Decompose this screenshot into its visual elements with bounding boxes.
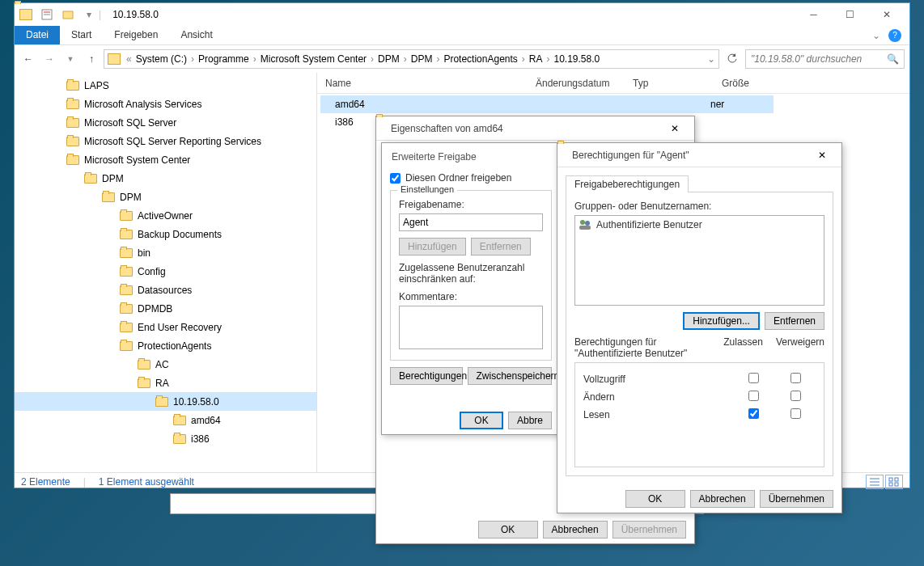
caching-button[interactable]: Zwischenspeichern <box>468 367 552 385</box>
users-listbox[interactable]: Authentifizierte Benutzer <box>574 215 824 306</box>
nav-up-button[interactable]: ↑ <box>83 50 100 68</box>
tree-item[interactable]: bin <box>15 243 316 262</box>
tree-item-label: RA <box>155 378 169 389</box>
cancel-button[interactable]: Abbre <box>508 412 552 429</box>
file-type: ner <box>710 99 724 110</box>
close-button[interactable]: ✕ <box>868 3 905 26</box>
cancel-button[interactable]: Abbrechen <box>690 490 755 508</box>
tab-start[interactable]: Start <box>60 26 103 44</box>
tree-item[interactable]: LAPS <box>15 76 316 95</box>
tree-item[interactable]: DPM <box>15 188 316 206</box>
tree-item[interactable]: Microsoft System Center <box>15 150 316 169</box>
folder-icon <box>138 378 150 388</box>
tree-item[interactable]: ActiveOwner <box>15 206 316 225</box>
tab-view[interactable]: Ansicht <box>169 26 223 44</box>
svg-rect-13 <box>579 226 591 230</box>
add-button[interactable]: Hinzufügen... <box>683 312 760 330</box>
breadcrumb-item[interactable]: DPM <box>376 53 401 65</box>
dropdown-icon[interactable]: ⌄ <box>707 53 715 65</box>
new-folder-icon[interactable] <box>61 8 74 21</box>
ribbon-expand-icon[interactable]: ⌄ <box>872 30 880 41</box>
apply-button[interactable]: Übernehmen <box>612 521 686 539</box>
breadcrumb-item[interactable]: Programme <box>197 53 251 65</box>
breadcrumbs[interactable]: « System (C:)› Programme› Microsoft Syst… <box>104 49 719 69</box>
breadcrumb-item[interactable]: System (C:) <box>134 53 189 65</box>
comments-textarea[interactable] <box>399 306 543 349</box>
file-row[interactable]: amd64 ner <box>320 95 774 113</box>
view-large-icon[interactable] <box>885 475 903 489</box>
nav-bar: ← → ▼ ↑ « System (C:)› Programme› Micros… <box>15 45 909 73</box>
allow-full-checkbox[interactable] <box>748 373 759 383</box>
search-box[interactable]: 🔍 <box>745 49 905 69</box>
column-header-size[interactable]: Größe <box>714 78 778 89</box>
search-input[interactable] <box>751 53 887 65</box>
deny-full-checkbox[interactable] <box>790 373 801 383</box>
tab-share[interactable]: Freigeben <box>103 26 169 44</box>
tree-item[interactable]: Datasources <box>15 281 316 299</box>
cancel-button[interactable]: Abbrechen <box>543 521 608 539</box>
allow-read-checkbox[interactable] <box>748 408 759 419</box>
tree-item-label: LAPS <box>84 80 109 91</box>
list-item[interactable]: Authentifizierte Benutzer <box>577 218 822 232</box>
tree-item[interactable]: Backup Documents <box>15 225 316 243</box>
tree-item[interactable]: Microsoft SQL Server <box>15 113 316 132</box>
properties-icon[interactable] <box>40 8 53 21</box>
tree-item[interactable]: RA <box>15 374 316 392</box>
share-folder-label: Diesen Ordner freigeben <box>405 172 511 184</box>
column-header-type[interactable]: Typ <box>625 78 714 89</box>
ok-button[interactable]: OK <box>460 412 503 429</box>
folder-icon <box>120 341 133 351</box>
folder-icon <box>66 155 79 165</box>
users-icon <box>579 219 591 230</box>
breadcrumb-item[interactable]: DPM <box>409 53 434 65</box>
nav-forward-button[interactable]: → <box>40 50 58 68</box>
share-folder-checkbox[interactable] <box>390 173 401 184</box>
add-button[interactable]: Hinzufügen <box>399 238 466 256</box>
breadcrumb-item[interactable]: RA <box>528 53 545 65</box>
ok-button[interactable]: OK <box>625 490 685 508</box>
tree-item[interactable]: AC <box>15 355 316 374</box>
view-details-icon[interactable] <box>866 475 884 489</box>
allow-change-checkbox[interactable] <box>748 391 759 401</box>
tab-file[interactable]: Datei <box>15 26 60 44</box>
apply-button[interactable]: Übernehmen <box>760 490 833 508</box>
close-button[interactable]: ✕ <box>663 120 686 137</box>
remove-button[interactable]: Entfernen <box>765 312 824 330</box>
tree-item[interactable]: DPMDB <box>15 299 316 318</box>
minimize-button[interactable]: ─ <box>795 3 832 26</box>
tree-item[interactable]: 10.19.58.0 <box>15 392 316 411</box>
folder-icon <box>66 99 79 109</box>
deny-change-checkbox[interactable] <box>790 391 801 401</box>
search-icon[interactable]: 🔍 <box>887 53 899 65</box>
share-name-input[interactable] <box>399 213 543 231</box>
column-header-name[interactable]: Name <box>317 78 528 89</box>
remove-button[interactable]: Entfernen <box>471 238 531 256</box>
tree-item[interactable]: Config <box>15 262 316 281</box>
close-button[interactable]: ✕ <box>811 147 833 163</box>
tree-item[interactable]: i386 <box>15 429 316 448</box>
tree-item-label: End User Recovery <box>138 322 222 333</box>
nav-history-button[interactable]: ▼ <box>61 50 79 68</box>
tree-item[interactable]: Microsoft Analysis Services <box>15 95 316 113</box>
maximize-button[interactable]: ☐ <box>832 3 868 26</box>
help-icon[interactable]: ? <box>888 29 901 42</box>
column-header-date[interactable]: Änderungsdatum <box>528 78 625 89</box>
permissions-button[interactable]: Berechtigungen <box>390 367 463 385</box>
tree-item[interactable]: DPM <box>15 169 316 188</box>
breadcrumb-item[interactable]: Microsoft System Center <box>259 53 368 65</box>
breadcrumb-item[interactable]: ProtectionAgents <box>442 53 519 65</box>
folder-icon <box>120 211 133 221</box>
tree-item[interactable]: ProtectionAgents <box>15 336 316 355</box>
dropdown-icon[interactable]: ▾ <box>83 8 95 21</box>
nav-back-button[interactable]: ← <box>19 50 37 68</box>
settings-legend: Einstellungen <box>397 184 457 194</box>
tab-share-permissions[interactable]: Freigabeberechtigungen <box>566 175 689 192</box>
ok-button[interactable]: OK <box>478 521 538 539</box>
tree-item[interactable]: amd64 <box>15 411 316 429</box>
tree-item[interactable]: End User Recovery <box>15 318 316 336</box>
tree-item-label: Microsoft Analysis Services <box>84 99 201 110</box>
refresh-button[interactable] <box>723 49 742 69</box>
deny-read-checkbox[interactable] <box>790 408 801 419</box>
tree-item[interactable]: Microsoft SQL Server Reporting Services <box>15 132 316 150</box>
breadcrumb-item[interactable]: 10.19.58.0 <box>553 53 602 65</box>
